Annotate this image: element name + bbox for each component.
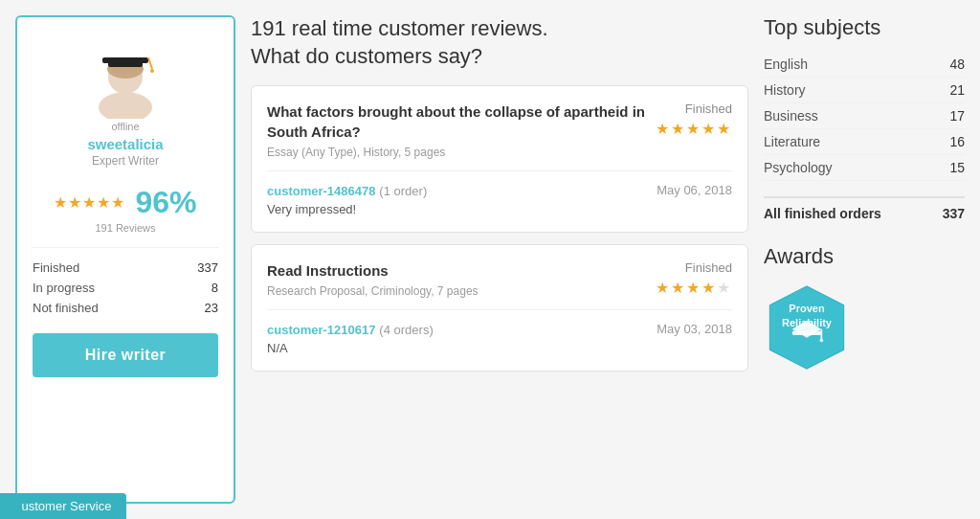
top-subjects-title: Top subjects [764,15,965,40]
subject-name-business: Business [764,108,818,124]
subject-item-business: Business 17 [764,103,965,129]
in-progress-value: 8 [212,281,218,295]
subject-name-literature: Literature [764,134,820,149]
subject-item-history: History 21 [764,78,965,103]
subject-name-history: History [764,82,806,98]
review-comment-2: N/A [267,341,434,355]
stat-not-finished: Not finished 23 [33,298,218,318]
review-title-1: What factors brought about the collapse … [267,102,656,142]
avatar-area: offline sweetalicia Expert Writer [87,33,164,168]
writer-title: Expert Writer [92,154,159,168]
review-title-2: Read Instructions [267,260,479,281]
svg-point-0 [99,92,152,119]
subject-count-history: 21 [949,82,965,98]
writer-name: sweetalicia [87,136,163,152]
review-status-1: Finished ★★★★★ [656,102,732,138]
review-comment-1: Very impressed! [267,202,427,216]
review-customer-1: customer-1486478 (1 order) Very impresse… [267,183,427,216]
reviews-panel: 191 real time customer reviews. What do … [251,15,748,504]
review-date-2: May 03, 2018 [657,322,732,336]
svg-point-6 [150,69,154,73]
stats-table: Finished 337 In progress 8 Not finished … [33,247,218,318]
online-status: offline [111,121,139,132]
review-stars-2: ★★★★★ [656,279,732,297]
svg-point-11 [820,339,824,343]
rating-row: ★★★★★ 96% [54,185,196,220]
review-status-2: Finished ★★★★★ [656,260,732,297]
all-finished-row: All finished orders 337 [764,196,965,221]
review-subtitle-1: Essay (Any Type), History, 5 pages [267,146,656,159]
in-progress-label: In progress [33,281,95,295]
subject-count-english: 48 [949,56,965,72]
review-customer-2: customer-1210617 (4 orders) N/A [267,322,434,355]
review-card-1-top: What factors brought about the collapse … [267,102,732,171]
review-card-2: Read Instructions Research Proposal, Cri… [251,244,748,372]
all-finished-count: 337 [943,206,965,221]
stat-finished: Finished 337 [33,258,218,278]
review-date-1: May 06, 2018 [657,183,732,197]
review-stars-1: ★★★★★ [656,120,732,138]
review-card-2-bottom: customer-1210617 (4 orders) N/A May 03, … [267,322,732,355]
review-card-1: What factors brought about the collapse … [251,85,748,233]
awards-title: Awards [764,244,965,269]
all-finished-label: All finished orders [764,206,881,221]
subject-item-english: English 48 [764,52,965,78]
svg-line-5 [148,57,152,69]
reviews-count: 191 Reviews [96,222,156,234]
finished-value: 337 [197,260,218,275]
status-label-1: Finished [685,102,732,116]
stat-in-progress: In progress 8 [33,278,218,298]
rating-percent: 96% [135,185,196,220]
avatar [87,33,164,119]
subject-name-psychology: Psychology [764,160,833,175]
customer-name-2: customer-1210617 [267,323,375,337]
right-panel: Top subjects English 48 History 21 Busin… [764,15,965,504]
page-container: offline sweetalicia Expert Writer ★★★★★ … [0,0,980,519]
subject-item-literature: Literature 16 [764,129,965,155]
proven-reliability-badge: Proven Reliability [764,284,850,371]
badge-line1: Proven [789,303,824,314]
review-card-1-bottom: customer-1486478 (1 order) Very impresse… [267,183,732,216]
order-count-2: (4 orders) [379,323,433,337]
not-finished-label: Not finished [33,301,99,315]
subject-count-business: 17 [949,108,965,124]
awards-section: Awards Proven Reliability [764,244,965,373]
star-filled-1: ★★★★★ [54,193,125,212]
subjects-list: English 48 History 21 Business 17 Litera… [764,52,965,181]
subject-count-psychology: 15 [949,160,965,175]
bottom-bar[interactable]: customer Service [0,493,126,519]
status-label-2: Finished [685,260,732,275]
review-card-1-info: What factors brought about the collapse … [267,102,656,159]
badge-line2: Reliability [782,317,832,328]
review-subtitle-2: Research Proposal, Criminology, 7 pages [267,284,479,298]
reviews-header-line1: 191 real time customer reviews. What do … [251,15,748,70]
finished-label: Finished [33,260,79,275]
customer-name-1: customer-1486478 [267,184,375,198]
review-card-2-info: Read Instructions Research Proposal, Cri… [267,260,479,298]
subject-count-literature: 16 [949,134,965,149]
reviews-heading: 191 real time customer reviews. What do … [251,15,748,74]
review-card-2-top: Read Instructions Research Proposal, Cri… [267,260,732,310]
subject-name-english: English [764,56,808,72]
svg-rect-4 [102,57,148,63]
bottom-bar-label: customer Service [15,499,111,513]
subject-item-psychology: Psychology 15 [764,155,965,181]
hire-writer-button[interactable]: Hire writer [33,333,218,377]
order-count-1: (1 order) [379,184,427,198]
writer-profile-panel: offline sweetalicia Expert Writer ★★★★★ … [15,15,235,504]
not-finished-value: 23 [205,301,218,315]
